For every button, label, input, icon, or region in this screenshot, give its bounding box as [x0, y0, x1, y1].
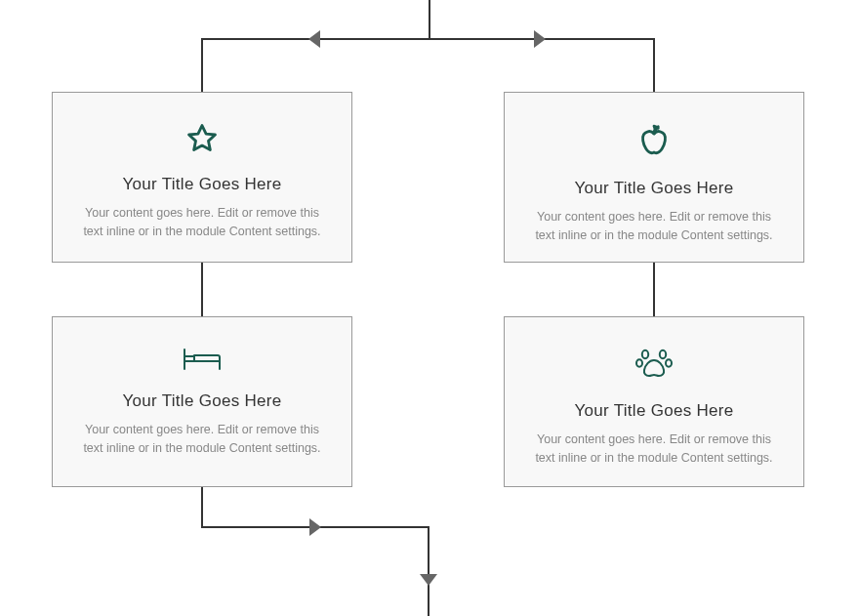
paw-icon	[526, 347, 782, 382]
flowchart-stage: Your Title Goes Here Your content goes h…	[0, 0, 859, 616]
connector-line	[653, 263, 655, 317]
connector-line	[201, 487, 203, 528]
card-title: Your Title Goes Here	[526, 179, 782, 198]
arrow-left-icon	[308, 30, 320, 48]
svg-point-2	[636, 359, 642, 367]
connector-line	[201, 38, 654, 40]
card-body: Your content goes here. Edit or remove t…	[74, 204, 330, 241]
card-title: Your Title Goes Here	[74, 175, 330, 194]
connector-line	[201, 263, 203, 317]
flow-card-bed: Your Title Goes Here Your content goes h…	[52, 316, 352, 487]
connector-line	[653, 38, 655, 92]
flow-card-star: Your Title Goes Here Your content goes h…	[52, 92, 352, 263]
apple-icon	[526, 122, 782, 159]
connector-line	[201, 38, 203, 92]
arrow-right-icon	[309, 518, 321, 536]
card-title: Your Title Goes Here	[74, 391, 330, 411]
flow-card-paw: Your Title Goes Here Your content goes h…	[504, 316, 804, 487]
card-title: Your Title Goes Here	[526, 401, 782, 421]
bed-icon	[74, 347, 330, 372]
svg-point-3	[666, 359, 672, 367]
arrow-down-icon	[420, 574, 437, 586]
arrow-right-icon	[534, 30, 546, 48]
svg-point-0	[642, 350, 648, 358]
connector-line	[428, 526, 430, 616]
flow-card-apple: Your Title Goes Here Your content goes h…	[504, 92, 804, 263]
svg-point-1	[660, 350, 666, 358]
card-body: Your content goes here. Edit or remove t…	[526, 431, 782, 468]
card-body: Your content goes here. Edit or remove t…	[74, 421, 330, 458]
connector-line	[429, 0, 430, 40]
card-body: Your content goes here. Edit or remove t…	[526, 208, 782, 245]
star-icon	[74, 122, 330, 155]
